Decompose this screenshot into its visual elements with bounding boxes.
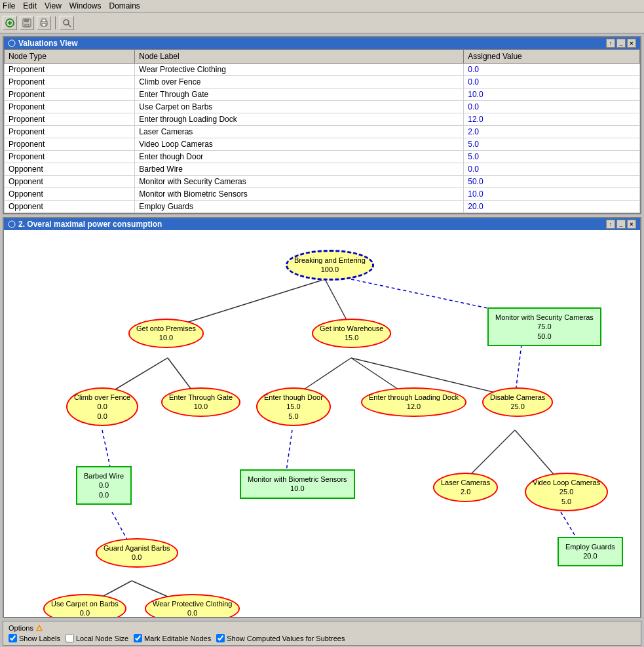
node-climb-v1: 0.0 [97,402,107,410]
table-cell-label: Climb over Fence [135,76,464,88]
node-barbed-v1: 0.0 [99,481,109,489]
table-cell-value: 10.0 [464,188,640,201]
node-bio-label: Monitor with Biometric Sensors [248,475,347,483]
show-computed-checkbox[interactable] [216,634,225,642]
node-get-premises[interactable]: Get onto Premises 10.0 [128,319,204,348]
table-cell-type: Opponent [5,176,135,188]
mark-editable-option[interactable]: Mark Editable Nodes [134,634,211,642]
table-cell-label: Monitor with Biometric Sensors [135,188,464,201]
node-premises-value: 10.0 [159,334,173,342]
graph-minimize-btn[interactable]: _ [616,220,626,229]
table-cell-value: 20.0 [464,201,640,213]
node-employ-label: Employ Guards [565,543,615,551]
table-row: OpponentBarbed Wire0.0 [5,163,640,176]
graph-icon [8,220,16,228]
local-node-size-option[interactable]: Local Node Size [66,634,128,642]
valuations-table: Node Type Node Label Assigned Value Prop… [4,49,640,213]
node-barbed-wire[interactable]: Barbed Wire 0.0 0.0 [76,466,132,505]
svg-rect-4 [24,19,29,22]
menu-file[interactable]: File [3,1,15,10]
svg-line-10 [68,24,71,27]
valuations-titlebar: Valuations View ↑ _ × [4,37,640,49]
show-labels-checkbox[interactable] [9,634,17,642]
node-get-warehouse[interactable]: Get into Warehouse 15.0 [312,319,391,348]
node-barbed-label: Barbed Wire [84,472,124,480]
node-laser-cameras[interactable]: Laser Cameras 2.0 [433,473,498,502]
node-monitor-bio[interactable]: Monitor with Biometric Sensors 10.0 [240,469,355,499]
valuations-minimize-btn[interactable]: _ [616,39,626,48]
valuations-close-btn[interactable]: × [627,39,636,48]
node-monitor-sec[interactable]: Monitor with Security Cameras 75.0 50.0 [487,307,601,346]
node-door-v2: 5.0 [288,412,298,420]
node-laser-label: Laser Cameras [441,479,490,486]
menu-windows[interactable]: Windows [69,1,102,10]
valuations-table-container: Node Type Node Label Assigned Value Prop… [4,49,640,213]
node-warehouse-value: 15.0 [345,334,358,342]
table-row: OpponentEmploy Guards20.0 [5,201,640,213]
table-cell-type: Proponent [5,126,135,138]
menu-edit[interactable]: Edit [23,1,37,10]
graph-titlebar: 2. Overal maximal power consumption ↑ _ … [4,218,640,230]
show-computed-option[interactable]: Show Computed Values for Subtrees [216,634,345,642]
node-gate-value: 10.0 [194,402,208,410]
node-enter-loading[interactable]: Enter through Loading Dock 12.0 [361,387,466,417]
save-button[interactable] [20,16,34,30]
table-cell-value: 50.0 [464,176,640,188]
table-cell-label: Monitor with Security Cameras [135,176,464,188]
table-row: ProponentEnter Through Gate10.0 [5,88,640,101]
node-use-carpet[interactable]: Use Carpet on Barbs 0.0 [43,594,126,617]
node-gate-label: Enter Through Gate [169,393,233,401]
table-row: OpponentMonitor with Security Cameras50.… [5,176,640,188]
graph-close-btn[interactable]: × [627,220,636,229]
node-carpet-value: 0.0 [80,609,90,617]
node-guard-label: Guard Aganist Barbs [104,544,170,552]
node-monitor-sec-value2: 50.0 [537,332,551,340]
node-enter-gate[interactable]: Enter Through Gate 10.0 [161,387,240,417]
table-cell-label: Video Loop Cameras [135,138,464,151]
node-root[interactable]: Breaking and Entering 100.0 [286,250,374,281]
node-loading-value: 12.0 [407,402,421,410]
node-climb-fence[interactable]: Climb over Fence 0.0 0.0 [66,387,138,426]
node-employ-guards[interactable]: Employ Guards 20.0 [558,537,623,566]
node-guard-barbs[interactable]: Guard Aganist Barbs 0.0 [96,538,178,568]
table-row: ProponentLaser Cameras2.0 [5,126,640,138]
svg-point-12 [9,221,15,227]
new-button[interactable] [3,16,17,30]
table-cell-value: 0.0 [464,64,640,76]
node-loading-label: Enter through Loading Dock [369,393,459,401]
node-enter-door[interactable]: Enter though Door 15.0 5.0 [256,387,331,426]
valuations-pin-btn[interactable]: ↑ [606,39,615,48]
table-row: ProponentVideo Loop Cameras5.0 [5,138,640,151]
table-cell-type: Proponent [5,64,135,76]
menu-view[interactable]: View [45,1,62,10]
mark-editable-checkbox[interactable] [134,634,142,642]
table-cell-type: Opponent [5,163,135,176]
svg-point-9 [64,20,69,25]
node-monitor-sec-value1: 75.0 [537,323,551,330]
local-node-size-checkbox[interactable] [66,634,74,642]
table-cell-type: Opponent [5,201,135,213]
table-cell-type: Proponent [5,101,135,113]
print-button[interactable] [37,16,51,30]
svg-marker-30 [37,625,42,631]
table-cell-type: Opponent [5,188,135,201]
search-button[interactable] [60,16,74,30]
node-video-label: Video Loop Cameras [533,479,600,486]
table-row: OpponentMonitor with Biometric Sensors10… [5,188,640,201]
node-video-v1: 25.0 [559,488,573,496]
table-cell-value: 12.0 [464,113,640,126]
node-wear-protective[interactable]: Wear Protective Clothing 0.0 [145,594,240,617]
options-triangle-icon [36,625,43,631]
valuations-icon [8,39,16,47]
table-row: ProponentEnter through Loading Dock12.0 [5,113,640,126]
table-cell-label: Barbed Wire [135,163,464,176]
table-cell-label: Laser Cameras [135,126,464,138]
menu-domains[interactable]: Domains [109,1,140,10]
table-row: ProponentWear Protective Clothing0.0 [5,64,640,76]
node-video-loop[interactable]: Video Loop Cameras 25.0 5.0 [525,473,608,511]
graph-pin-btn[interactable]: ↑ [606,220,615,229]
node-carpet-label: Use Carpet on Barbs [51,600,119,608]
node-disable-cameras[interactable]: Disable Cameras 25.0 [482,387,553,417]
table-cell-value: 0.0 [464,163,640,176]
show-labels-option[interactable]: Show Labels [9,634,60,642]
